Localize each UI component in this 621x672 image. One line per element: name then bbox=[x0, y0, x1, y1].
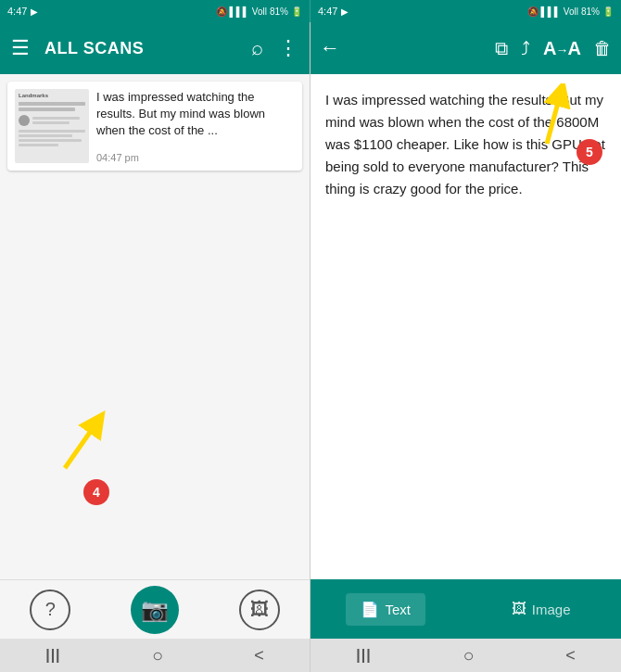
thumbnail-title-line: Landmarks bbox=[19, 93, 85, 98]
thumbnail-line-1 bbox=[19, 102, 85, 106]
left-nav-menu-icon[interactable]: ||| bbox=[45, 647, 60, 664]
text-tab-icon: 📄 bbox=[361, 601, 379, 618]
left-nav-home-icon[interactable]: ○ bbox=[152, 645, 163, 666]
text-tab-label: Text bbox=[385, 602, 411, 617]
scan-time: 04:47 pm bbox=[96, 152, 295, 163]
text-tab[interactable]: 📄 Text bbox=[346, 593, 425, 626]
battery-icon-left: 🔋 bbox=[291, 6, 302, 17]
left-time: 4:47 bbox=[7, 6, 27, 17]
thumbnail-line-2 bbox=[19, 108, 75, 111]
delete-icon[interactable]: 🗑 bbox=[593, 38, 612, 59]
share-icon[interactable]: ⤴ bbox=[521, 38, 530, 59]
camera-icon: 📷 bbox=[141, 597, 169, 623]
thumbnail-avatar bbox=[19, 115, 30, 126]
annotation-badge-5: 5 bbox=[577, 139, 602, 165]
scan-text-content: I was impressed watching the results. Bu… bbox=[310, 74, 621, 579]
right-nav-menu-icon[interactable]: ||| bbox=[356, 647, 371, 664]
network-right: Voll bbox=[564, 6, 578, 17]
scan-preview-text: I was impressed watching the results. Bu… bbox=[96, 89, 295, 140]
more-options-icon[interactable]: ⋮ bbox=[278, 36, 298, 60]
annotation-arrow-4 bbox=[37, 403, 120, 487]
battery-icon-right: 🔋 bbox=[602, 6, 614, 17]
thumbnail-line-8 bbox=[19, 144, 58, 146]
gallery-button[interactable]: 🖼 bbox=[239, 590, 280, 630]
copy-icon[interactable]: ⧉ bbox=[495, 38, 508, 59]
battery-right: 81% bbox=[581, 6, 600, 17]
thumbnail-line-6 bbox=[19, 134, 72, 137]
thumbnail-line-5 bbox=[19, 130, 85, 133]
gallery-icon: 🖼 bbox=[250, 599, 269, 620]
thumbnail-line-3 bbox=[32, 117, 80, 120]
signal-bars-right: ▌▌▌ bbox=[541, 6, 561, 17]
right-status-icon: ▶ bbox=[341, 6, 349, 17]
left-nav-back-icon[interactable]: < bbox=[254, 646, 264, 666]
all-scans-title: ALL SCANS bbox=[44, 39, 236, 58]
back-button[interactable]: ← bbox=[320, 36, 340, 60]
annotation-arrow-5 bbox=[501, 83, 575, 158]
mute-icon: 🔕 bbox=[216, 6, 227, 17]
translate-icon[interactable]: A→A bbox=[543, 38, 580, 59]
scan-card[interactable]: Landmarks bbox=[7, 82, 302, 171]
search-icon[interactable]: ⌕ bbox=[251, 36, 263, 60]
thumbnail-line-4 bbox=[32, 121, 70, 124]
svg-line-3 bbox=[547, 93, 561, 144]
scan-thumbnail: Landmarks bbox=[15, 89, 89, 163]
signal-bars-left: ▌▌▌ bbox=[230, 6, 249, 17]
help-button[interactable]: ? bbox=[30, 590, 70, 630]
right-time: 4:47 bbox=[318, 6, 337, 17]
image-tab[interactable]: 🖼 Image bbox=[497, 593, 586, 625]
camera-button[interactable]: 📷 bbox=[131, 586, 179, 634]
annotation-badge-4: 4 bbox=[83, 479, 109, 505]
battery-left: 81% bbox=[270, 6, 288, 17]
right-nav-back-icon[interactable]: < bbox=[565, 646, 576, 666]
network-left: Voll bbox=[252, 6, 267, 17]
image-tab-icon: 🖼 bbox=[512, 601, 526, 617]
svg-line-1 bbox=[65, 422, 97, 468]
menu-icon[interactable]: ☰ bbox=[11, 36, 30, 60]
mute-icon-right: 🔕 bbox=[527, 6, 539, 17]
help-icon: ? bbox=[45, 599, 56, 620]
image-tab-label: Image bbox=[532, 602, 571, 617]
right-nav-home-icon[interactable]: ○ bbox=[463, 645, 474, 666]
left-status-icon: ▶ bbox=[31, 6, 38, 17]
thumbnail-line-7 bbox=[19, 139, 82, 142]
